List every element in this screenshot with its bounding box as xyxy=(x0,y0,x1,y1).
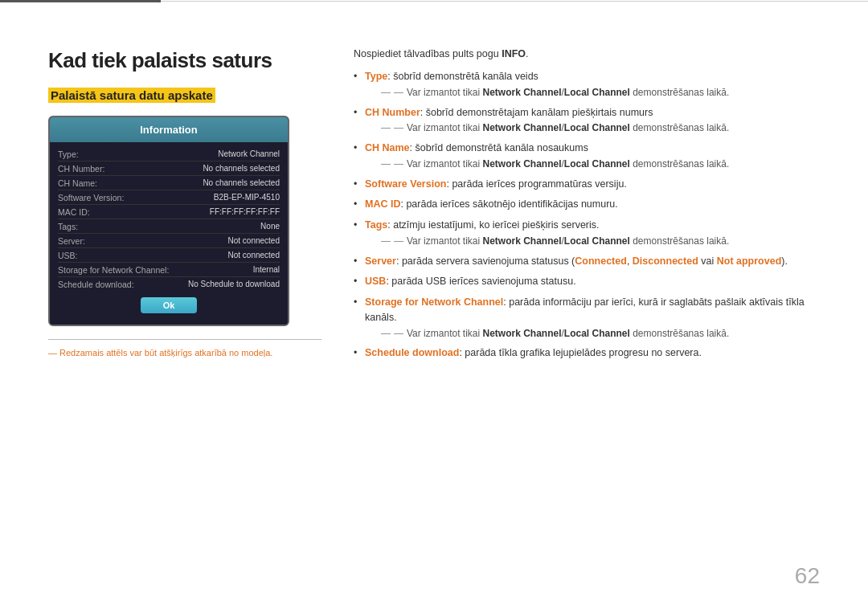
dialog-row-value: Not connected xyxy=(228,236,280,246)
dialog-ok-row: Ok xyxy=(58,291,280,318)
list-item: MAC ID: parāda ierīces sākotnējo identif… xyxy=(354,197,820,212)
list-item: USB: parāda USB ierīces savienojuma stat… xyxy=(354,274,820,289)
left-bottom-note: ― Redzamais attēls var būt atšķirīgs atk… xyxy=(48,339,321,358)
dialog-row-label: CH Name: xyxy=(58,178,146,188)
list-item: Type: šobrīd demonstrētā kanāla veids—Va… xyxy=(354,69,820,100)
dialog-row-value: None xyxy=(260,222,280,231)
intro-text: Nospiediet tālvadības pults pogu INFO. xyxy=(354,48,820,59)
sub-note: —Var izmantot tikai Network Channel/Loca… xyxy=(365,157,820,171)
list-item: CH Number: šobrīd demonstrētajam kanālam… xyxy=(354,105,820,136)
right-column: Nospiediet tālvadības pults pogu INFO. T… xyxy=(354,48,820,366)
dialog-row: Server:Not connected xyxy=(58,234,280,248)
content-area: Kad tiek palaists saturs Palaistā satura… xyxy=(48,48,820,366)
dialog-row: CH Number:No channels selected xyxy=(58,161,280,176)
sub-note: —Var izmantot tikai Network Channel/Loca… xyxy=(365,86,820,100)
list-item: Storage for Network Channel: parāda info… xyxy=(354,295,820,340)
dialog-row-value: FF:FF:FF:FF:FF:FF xyxy=(210,207,280,217)
top-line-dark xyxy=(0,0,161,2)
sub-note: —Var izmantot tikai Network Channel/Loca… xyxy=(365,235,820,248)
dialog-row-value: No channels selected xyxy=(203,178,280,188)
dialog-row: Schedule download:No Schedule to downloa… xyxy=(58,277,280,291)
page-container: Kad tiek palaists saturs Palaistā satura… xyxy=(0,0,868,613)
top-line-light xyxy=(161,1,868,2)
dialog-row: Tags:None xyxy=(58,219,280,234)
dialog-row-label: CH Number: xyxy=(58,164,146,174)
top-lines xyxy=(0,0,868,5)
list-item: Tags: atzīmju iestatījumi, ko ierīcei pi… xyxy=(354,218,820,248)
sub-note: —Var izmantot tikai Network Channel/Loca… xyxy=(365,121,820,135)
dialog-title-bar: Information xyxy=(50,117,288,142)
list-item: Software Version: parāda ierīces program… xyxy=(354,177,820,192)
subtitle-highlight: Palaistā satura datu apskate xyxy=(48,88,215,103)
dialog-row: USB:Not connected xyxy=(58,248,280,263)
dialog-row-label: Storage for Network Channel: xyxy=(58,265,169,275)
left-column: Kad tiek palaists saturs Palaistā satura… xyxy=(48,48,321,366)
list-item: CH Name: šobrīd demonstrētā kanāla nosau… xyxy=(354,141,820,171)
page-number: 62 xyxy=(795,563,820,589)
dialog-row: CH Name:No channels selected xyxy=(58,176,280,190)
dialog-row-label: Type: xyxy=(58,149,146,159)
dialog-row: MAC ID:FF:FF:FF:FF:FF:FF xyxy=(58,205,280,219)
dialog-row-value: Not connected xyxy=(228,251,280,260)
dialog-row-value: B2B-EP-MIP-4510 xyxy=(214,193,280,202)
dialog-row-value: Internal xyxy=(253,265,280,275)
dialog-row-label: Tags: xyxy=(58,222,146,231)
dialog-row: Type:Network Channel xyxy=(58,147,280,161)
main-title: Kad tiek palaists saturs xyxy=(48,48,321,73)
dialog-row: Software Version:B2B-EP-MIP-4510 xyxy=(58,190,280,205)
dialog-ok-button[interactable]: Ok xyxy=(141,297,198,313)
dialog-row-label: MAC ID: xyxy=(58,207,146,217)
list-item: Server: parāda servera savienojuma statu… xyxy=(354,254,820,269)
sub-note: —Var izmantot tikai Network Channel/Loca… xyxy=(365,327,820,341)
list-item: Schedule download: parāda tīkla grafika … xyxy=(354,345,820,361)
bottom-note-text: ― Redzamais attēls var būt atšķirīgs atk… xyxy=(48,348,321,358)
dialog-content: Type:Network ChannelCH Number:No channel… xyxy=(50,142,288,325)
dialog-row-label: Server: xyxy=(58,236,146,246)
dialog-row-value: No Schedule to download xyxy=(188,280,280,289)
dialog-row-value: No channels selected xyxy=(203,164,280,174)
dialog-row-label: Software Version: xyxy=(58,193,146,202)
dialog-row-value: Network Channel xyxy=(218,149,280,159)
dialog-row-label: USB: xyxy=(58,251,146,260)
bullet-list: Type: šobrīd demonstrētā kanāla veids—Va… xyxy=(354,69,820,361)
dialog-row: Storage for Network Channel:Internal xyxy=(58,263,280,277)
information-dialog: Information Type:Network ChannelCH Numbe… xyxy=(48,116,289,326)
dialog-row-label: Schedule download: xyxy=(58,280,146,289)
